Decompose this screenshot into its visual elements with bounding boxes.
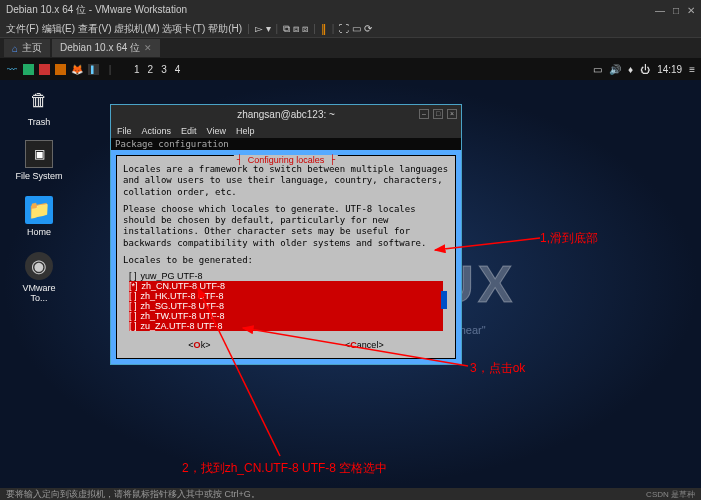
maximize-icon[interactable]: □ — [673, 5, 679, 16]
terminal-icon[interactable]: ▌ — [88, 64, 99, 75]
terminal-titlebar[interactable]: zhangsan@abc123: ~ – □ × — [111, 105, 461, 123]
menu-edit[interactable]: 编辑(E) — [42, 22, 75, 36]
workspace-1[interactable]: 1 — [134, 64, 140, 75]
status-text: 要将输入定向到该虚拟机，请将鼠标指针移入其中或按 Ctrl+G。 — [6, 488, 260, 501]
vmware-statusbar: 要将输入定向到该虚拟机，请将鼠标指针移入其中或按 Ctrl+G。 CSDN 是草… — [0, 488, 701, 500]
pause-icon[interactable]: ‖ — [321, 22, 327, 35]
guest-desktop: KALI LINUX "the quieter you become the m… — [0, 80, 701, 488]
clock[interactable]: 14:19 — [657, 64, 682, 75]
kali-icon[interactable]: 〰 — [6, 63, 18, 75]
guest-launcher-icons: 〰 🦊 ▌ | — [6, 63, 116, 75]
annotation-3: 3，点击ok — [470, 360, 525, 377]
locale-row[interactable]: [ ] zh_HK.UTF-8 UTF-8 — [129, 291, 443, 301]
term-menu-file[interactable]: File — [117, 126, 132, 136]
term-menu-actions[interactable]: Actions — [142, 126, 172, 136]
snapshot-icon[interactable]: ⧉ — [283, 23, 290, 35]
menu-help[interactable]: 帮助(H) — [208, 22, 242, 36]
locale-row[interactable]: [ ] yuw_PG UTF-8 — [129, 271, 443, 281]
vmware-title: Debian 10.x 64 位 - VMware Workstation — [6, 3, 655, 17]
locale-row[interactable]: [ ] zh_TW.UTF-8 UTF-8 — [129, 311, 443, 321]
watermark: CSDN 是草种 — [646, 489, 695, 500]
terminal-window: zhangsan@abc123: ~ – □ × File Actions Ed… — [110, 104, 462, 365]
stretch-icon[interactable]: ⟳ — [364, 23, 372, 34]
firefox-icon[interactable]: 🦊 — [71, 63, 83, 75]
trash-icon: 🗑 — [25, 86, 53, 114]
scrollbar-thumb[interactable] — [441, 291, 447, 309]
menu-file[interactable]: 文件(F) — [6, 22, 39, 36]
tab-home[interactable]: ⌂ 主页 — [4, 39, 50, 57]
folder-icon: 📁 — [25, 196, 53, 224]
dialog-para1: Locales are a framework to switch betwee… — [121, 160, 451, 200]
term-maximize-icon[interactable]: □ — [433, 109, 443, 119]
vmware-titlebar: Debian 10.x 64 位 - VMware Workstation — … — [0, 0, 701, 20]
terminal-menubar: File Actions Edit View Help — [111, 123, 461, 138]
app2-icon[interactable] — [39, 64, 50, 75]
workspace-3[interactable]: 3 — [161, 64, 167, 75]
volume-icon[interactable]: 🔊 — [609, 64, 621, 75]
term-menu-edit[interactable]: Edit — [181, 126, 197, 136]
guest-topbar: 〰 🦊 ▌ | 1 2 3 4 ▭ 🔊 ♦ ⏻ 14:19 ≡ — [0, 58, 701, 80]
close-icon[interactable]: ✕ — [687, 5, 695, 16]
desktop-icon-vmtools[interactable]: ◉ VMware To... — [14, 252, 64, 303]
dialog-title: ┤ Configuring locales ├ — [234, 155, 338, 165]
manage-icon[interactable]: ⧇ — [302, 23, 308, 35]
menu-icon[interactable]: ≡ — [689, 64, 695, 75]
vmware-tabs: ⌂ 主页 Debian 10.x 64 位 ✕ — [0, 38, 701, 58]
annotation-2: 2，找到zh_CN.UTF-8 UTF-8 空格选中 — [182, 460, 387, 477]
ok-button[interactable]: <Ok> — [188, 340, 210, 350]
workspace-switcher: 1 2 3 4 — [134, 64, 180, 75]
term-minimize-icon[interactable]: – — [419, 109, 429, 119]
locale-row[interactable]: [ ] zu_ZA.UTF-8 UTF-8 — [129, 321, 443, 331]
guest-tray: ▭ 🔊 ♦ ⏻ 14:19 ≡ — [593, 64, 695, 75]
locale-list[interactable]: [ ] yuw_PG UTF-8[*] zh_CN.UTF-8 UTF-8[ ]… — [129, 271, 443, 331]
desktop-icon-filesystem[interactable]: ▣ File System — [14, 140, 64, 181]
locale-row[interactable]: [ ] zh_SG.UTF-8 UTF-8 — [129, 301, 443, 311]
display-icon[interactable]: ▭ — [593, 64, 602, 75]
term-close-icon[interactable]: × — [447, 109, 457, 119]
term-menu-view[interactable]: View — [207, 126, 226, 136]
network-icon[interactable]: ⏻ — [640, 64, 650, 75]
home-icon: ⌂ — [12, 43, 18, 54]
window-controls: — □ ✕ — [655, 5, 695, 16]
tab-debian[interactable]: Debian 10.x 64 位 ✕ — [52, 39, 160, 57]
locale-dialog: ┤ Configuring locales ├ Locales are a fr… — [116, 155, 456, 359]
desktop-icon-home[interactable]: 📁 Home — [14, 196, 64, 237]
app3-icon[interactable] — [55, 64, 66, 75]
desktop-icon-trash[interactable]: 🗑 Trash — [14, 86, 64, 127]
dialog-para3: Locales to be generated: — [121, 251, 451, 268]
term-menu-help[interactable]: Help — [236, 126, 255, 136]
menu-vm[interactable]: 虚拟机(M) — [114, 22, 159, 36]
dialog-buttons: <Ok> <Cancel> — [121, 334, 451, 354]
minimize-icon[interactable]: — — [655, 5, 665, 16]
unity-icon[interactable]: ▭ — [352, 23, 361, 34]
tab-close-icon[interactable]: ✕ — [144, 43, 152, 53]
disc-icon: ◉ — [25, 252, 53, 280]
workspace-2[interactable]: 2 — [148, 64, 154, 75]
app1-icon[interactable] — [23, 64, 34, 75]
dialog-border: ┤ Configuring locales ├ Locales are a fr… — [111, 150, 461, 364]
vmware-menubar: 文件(F) 编辑(E) 查看(V) 虚拟机(M) 选项卡(T) 帮助(H) | … — [0, 20, 701, 38]
workspace-4[interactable]: 4 — [175, 64, 181, 75]
menu-tabs[interactable]: 选项卡(T) — [162, 22, 205, 36]
annotation-1: 1,滑到底部 — [540, 230, 598, 247]
locale-row[interactable]: [*] zh_CN.UTF-8 UTF-8 — [129, 281, 443, 291]
package-config-label: Package configuration — [111, 138, 461, 150]
revert-icon[interactable]: ⧈ — [293, 23, 299, 35]
cancel-button[interactable]: <Cancel> — [345, 340, 384, 350]
filesystem-icon: ▣ — [25, 140, 53, 168]
power-dropdown-icon[interactable]: ▻ ▾ — [255, 23, 271, 34]
dialog-para2: Please choose which locales to generate.… — [121, 200, 451, 251]
notifications-icon[interactable]: ♦ — [628, 64, 633, 75]
menu-view[interactable]: 查看(V) — [78, 22, 111, 36]
fullscreen-icon[interactable]: ⛶ — [339, 23, 349, 34]
